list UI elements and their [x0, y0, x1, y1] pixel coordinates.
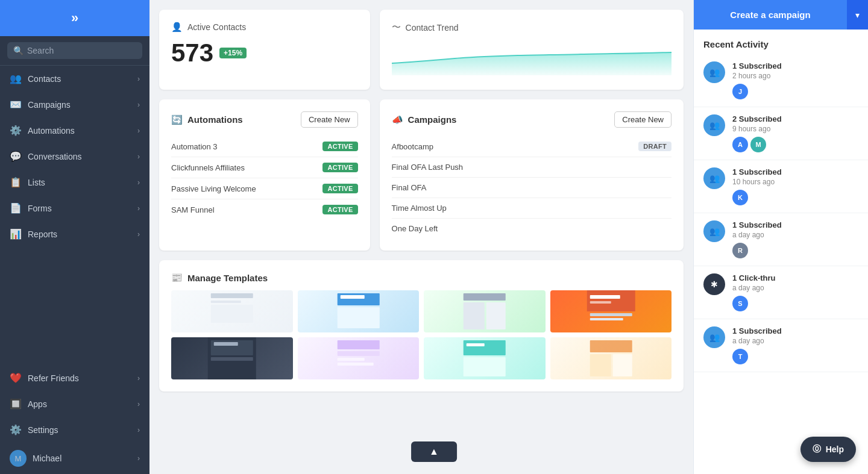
activity-body-4: 1 Click-thru a day ago S	[732, 273, 858, 311]
automation-item-2[interactable]: Passive Living Welcome ACTIVE	[171, 178, 358, 199]
automations-list: Automation 3 ACTIVE Clickfunnels Affilia…	[171, 136, 358, 220]
activity-time-4: a day ago	[732, 284, 858, 292]
activity-item-0: 👥 1 Subscribed 2 hours ago J	[694, 54, 868, 107]
template-thumb-3[interactable]	[424, 290, 546, 332]
campaigns-card: 📣 Campaigns Create New Afbootcamp DRAFT …	[380, 99, 684, 251]
template-thumb-6[interactable]	[298, 337, 420, 379]
template-thumb-1[interactable]	[171, 290, 293, 332]
activity-group-icon-5: 👥	[703, 326, 725, 348]
chevron-icon: ›	[137, 101, 140, 109]
automation-status-0: ACTIVE	[322, 142, 357, 151]
activity-body-3: 1 Subscribed a day ago R	[732, 220, 858, 258]
automations-title-group: 🔄 Automations	[171, 114, 243, 125]
sidebar-label-reports: Reports	[28, 229, 57, 239]
svg-rect-1	[211, 301, 241, 303]
activity-group-icon-0: 👥	[703, 61, 725, 83]
svg-rect-11	[590, 301, 611, 304]
template-thumb-5[interactable]	[171, 337, 293, 379]
automation-item-3[interactable]: SAM Funnel ACTIVE	[171, 199, 358, 220]
campaign-item-3[interactable]: Time Almost Up	[392, 198, 671, 219]
automations-icon: ⚙️	[10, 125, 22, 136]
conversations-icon: 💬	[10, 151, 22, 162]
campaign-status-0: DRAFT	[638, 142, 671, 151]
activity-time-2: 10 hours ago	[732, 178, 858, 186]
template-thumb-8[interactable]	[550, 337, 672, 379]
sidebar-item-contacts[interactable]: 👥 Contacts ›	[0, 66, 149, 92]
sidebar-item-reports[interactable]: 📊 Reports ›	[0, 221, 149, 247]
svg-rect-2	[211, 305, 253, 323]
lists-icon: 📋	[10, 176, 22, 188]
help-button[interactable]: ⓪ ⓪ Help Help	[800, 437, 856, 462]
campaign-item-2[interactable]: Final OFA	[392, 178, 671, 198]
activity-group-icon-1: 👥	[703, 114, 725, 136]
automation-item-0[interactable]: Automation 3 ACTIVE	[171, 136, 358, 157]
chevron-icon: ›	[137, 374, 140, 382]
campaign-item-1[interactable]: Final OFA Last Push	[392, 157, 671, 178]
sidebar-label-lists: Lists	[28, 178, 45, 187]
forms-icon: 📄	[10, 202, 22, 214]
sidebar-label-refer: Refer Friends	[28, 373, 79, 383]
create-campaign-button[interactable]: Create a campaign	[694, 0, 847, 30]
campaign-name-2: Final OFA	[392, 183, 427, 192]
contact-trend-card: 〜 Contact Trend	[380, 10, 684, 90]
automation-name-0: Automation 3	[171, 142, 218, 151]
active-contacts-header: 👤 Active Contacts	[171, 22, 358, 33]
campaign-item-0[interactable]: Afbootcamp DRAFT	[392, 136, 671, 157]
create-campaign-dropdown[interactable]: ▾	[847, 0, 868, 30]
chevron-icon: ›	[137, 152, 140, 161]
activity-item-2: 👥 1 Subscribed 10 hours ago K	[694, 160, 868, 213]
campaigns-title: Campaigns	[408, 114, 457, 125]
apps-icon: 🔲	[10, 398, 22, 410]
template-thumb-7[interactable]	[424, 337, 546, 379]
campaigns-icon: 📣	[392, 114, 403, 125]
svg-rect-16	[214, 342, 238, 346]
search-input[interactable]	[27, 46, 136, 55]
recent-activity-title: Recent Activity	[694, 30, 868, 54]
template-thumb-4[interactable]	[550, 290, 672, 332]
templates-icon: 📰	[171, 272, 183, 283]
sidebar-item-automations[interactable]: ⚙️ Automations ›	[0, 117, 149, 143]
nav-items: 👥 Contacts › ✉️ Campaigns › ⚙️ Automatio…	[0, 66, 149, 247]
sidebar-item-apps[interactable]: 🔲 Apps ›	[0, 391, 149, 417]
sidebar-label-settings: Settings	[28, 425, 58, 435]
campaigns-header: 📣 Campaigns Create New	[392, 111, 671, 128]
activity-avatars-2: K	[732, 190, 858, 205]
scroll-up-button[interactable]: ▲	[411, 441, 457, 462]
sidebar-item-lists[interactable]: 📋 Lists ›	[0, 169, 149, 195]
refer-icon: ❤️	[10, 372, 22, 384]
reports-icon: 📊	[10, 228, 22, 240]
chevron-icon: ›	[137, 178, 140, 187]
trend-icon: 〜	[392, 22, 401, 33]
sidebar-item-conversations[interactable]: 💬 Conversations ›	[0, 143, 149, 169]
automations-create-btn[interactable]: Create New	[301, 111, 358, 128]
active-contacts-number: 573	[171, 39, 213, 67]
svg-rect-8	[486, 302, 506, 329]
campaigns-create-btn[interactable]: Create New	[614, 111, 671, 128]
activity-avatars-3: R	[732, 243, 858, 258]
template-thumb-2[interactable]	[298, 290, 420, 332]
sidebar-item-refer[interactable]: ❤️ Refer Friends ›	[0, 365, 149, 391]
automation-item-1[interactable]: Clickfunnels Affiliates ACTIVE	[171, 157, 358, 178]
sidebar-item-settings[interactable]: ⚙️ Settings ›	[0, 417, 149, 443]
activity-group-icon-4: ✱	[703, 273, 725, 295]
mini-avatar-3-0: R	[732, 243, 748, 258]
activity-avatars-5: T	[732, 349, 858, 364]
automations-title: Automations	[187, 114, 243, 125]
sidebar-item-user[interactable]: M Michael ›	[0, 443, 149, 474]
templates-grid	[171, 290, 671, 379]
automations-campaigns-row: 🔄 Automations Create New Automation 3 AC…	[159, 99, 684, 251]
activity-label-1: 2 Subscribed	[732, 114, 858, 123]
sidebar-item-forms[interactable]: 📄 Forms ›	[0, 195, 149, 221]
svg-rect-24	[464, 357, 506, 376]
activity-avatars-0: J	[732, 84, 858, 99]
bottom-nav: ❤️ Refer Friends › 🔲 Apps › ⚙️ Settings …	[0, 365, 149, 474]
activity-label-0: 1 Subscribed	[732, 61, 858, 70]
chevron-icon: ›	[137, 426, 140, 434]
mini-avatar-2-0: K	[732, 190, 748, 205]
sidebar-item-campaigns[interactable]: ✉️ Campaigns ›	[0, 92, 149, 117]
templates-row: 📰 Manage Templates	[159, 260, 684, 391]
campaigns-title-group: 📣 Campaigns	[392, 114, 457, 125]
campaign-name-0: Afbootcamp	[392, 142, 433, 151]
campaign-item-4[interactable]: One Day Left	[392, 219, 671, 239]
chevron-icon: ›	[137, 230, 140, 239]
